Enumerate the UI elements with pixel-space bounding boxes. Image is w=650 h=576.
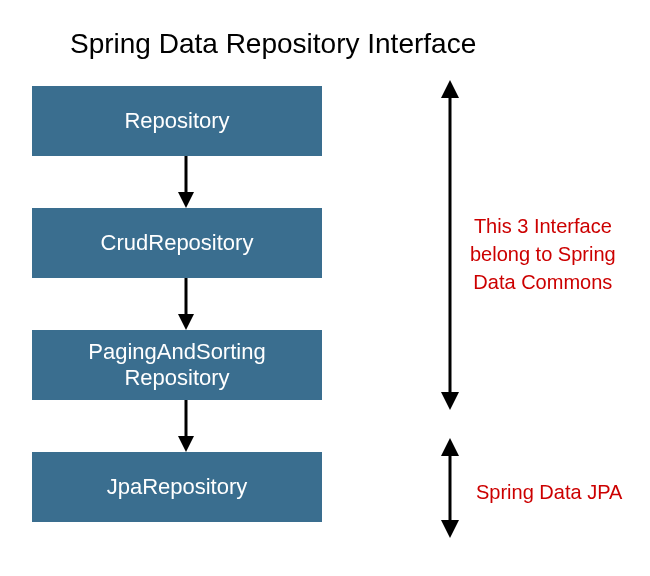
- box-paging-sorting-label-2: Repository: [124, 365, 229, 391]
- svg-marker-10: [441, 438, 459, 456]
- arrow-down-2: [176, 278, 196, 330]
- box-crud-repository: CrudRepository: [32, 208, 322, 278]
- svg-marker-5: [178, 436, 194, 452]
- arrow-down-1: [176, 156, 196, 208]
- annotation-commons: This 3 Interface belong to Spring Data C…: [470, 212, 616, 296]
- svg-marker-7: [441, 80, 459, 98]
- bracket-arrow-commons: [438, 80, 462, 410]
- box-repository: Repository: [32, 86, 322, 156]
- box-jpa-repository-label: JpaRepository: [107, 474, 248, 500]
- annotation-jpa: Spring Data JPA: [476, 478, 622, 506]
- annotation-commons-line-3: Data Commons: [470, 268, 616, 296]
- box-paging-sorting-label-1: PagingAndSorting: [88, 339, 265, 365]
- box-jpa-repository: JpaRepository: [32, 452, 322, 522]
- bracket-arrow-jpa: [438, 438, 462, 538]
- annotation-jpa-text: Spring Data JPA: [476, 481, 622, 503]
- annotation-commons-line-2: belong to Spring: [470, 240, 616, 268]
- svg-marker-3: [178, 314, 194, 330]
- diagram-title: Spring Data Repository Interface: [70, 28, 476, 60]
- annotation-commons-line-1: This 3 Interface: [470, 212, 616, 240]
- box-crud-repository-label: CrudRepository: [101, 230, 254, 256]
- svg-marker-11: [441, 520, 459, 538]
- svg-marker-1: [178, 192, 194, 208]
- arrow-down-3: [176, 400, 196, 452]
- box-paging-sorting-repository: PagingAndSorting Repository: [32, 330, 322, 400]
- svg-marker-8: [441, 392, 459, 410]
- box-repository-label: Repository: [124, 108, 229, 134]
